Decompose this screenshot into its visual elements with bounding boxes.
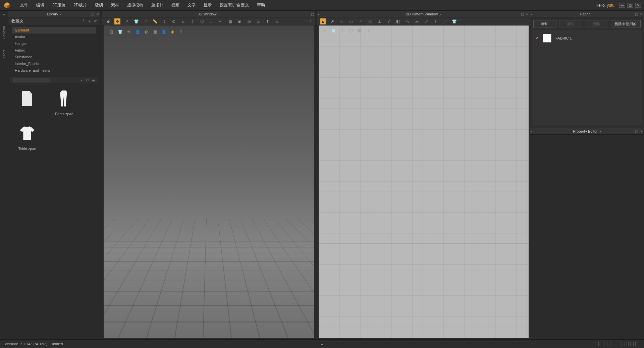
category-garment[interactable]: Garment: [12, 27, 96, 33]
fabric-swatch[interactable]: [543, 34, 551, 43]
tool-3d-tack[interactable]: ⊙: [171, 18, 177, 24]
library-dropdown-icon[interactable]: ▾: [60, 13, 61, 16]
layout-5[interactable]: [633, 342, 639, 346]
library-close-icon[interactable]: ✕: [96, 12, 99, 16]
menu-display[interactable]: 显示: [200, 0, 216, 11]
menu-sewing[interactable]: 缝纫: [91, 0, 107, 11]
tool-3d-stitch[interactable]: ⋯: [218, 18, 224, 24]
disp2d-grid[interactable]: ▢: [348, 27, 354, 33]
tool-3d-grade[interactable]: ⇲: [246, 18, 252, 24]
disp-seam[interactable]: ✳: [126, 29, 132, 35]
tool-3d-move[interactable]: ✥: [114, 18, 120, 24]
disp-mesh[interactable]: ▦: [152, 29, 158, 35]
menu-video[interactable]: 视频: [167, 0, 183, 11]
disp2d-reset[interactable]: ⤢: [322, 27, 328, 33]
menu-avatar[interactable]: 虚拟模特: [123, 0, 147, 11]
category-hanger[interactable]: Hanger: [12, 40, 96, 47]
menu-settings[interactable]: 设置/用户自定义: [216, 0, 253, 11]
disp-export[interactable]: ⇪: [178, 29, 184, 35]
layout-2[interactable]: [607, 342, 613, 346]
fabric-item[interactable]: ✔ FABRIC 1: [535, 33, 639, 43]
property-detach-icon[interactable]: ▢: [635, 130, 638, 133]
disp-garment[interactable]: 👕: [117, 29, 123, 35]
side-tabs-expand-icon[interactable]: ◂: [3, 13, 5, 16]
tool-3d-trace[interactable]: ⤴: [190, 18, 196, 24]
fabric-dropdown-icon[interactable]: ▾: [592, 13, 594, 16]
tool-2d-trace[interactable]: ◧: [395, 18, 401, 24]
tool-3d-texture[interactable]: ▦: [227, 18, 233, 24]
tool-2d-polygon[interactable]: ▱: [339, 18, 345, 24]
3d-detach-icon[interactable]: ▢: [311, 12, 314, 16]
favorites-add-icon[interactable]: ＋: [88, 19, 91, 24]
category-fabric[interactable]: Fabric: [12, 47, 96, 54]
window-minimize[interactable]: —: [619, 3, 625, 8]
tool-2d-dart[interactable]: ◁: [367, 18, 373, 24]
toolbar-overflow-icon[interactable]: 》: [310, 19, 313, 23]
disp2d-ruler[interactable]: ▦: [357, 27, 363, 33]
library-detach-icon[interactable]: ▢: [91, 12, 94, 16]
category-avatar[interactable]: Avatar: [12, 33, 96, 40]
3d-dropdown-icon[interactable]: ▾: [218, 13, 220, 16]
category-hardware-trims[interactable]: Hardware_and_Trims: [12, 67, 96, 74]
tool-2d-pleat[interactable]: ⫴: [433, 18, 439, 24]
tool-3d-fit[interactable]: ⇆: [274, 18, 280, 24]
tool-3d-fold[interactable]: ⟀: [180, 18, 186, 24]
menu-2d-pattern[interactable]: 2D板片: [69, 0, 91, 11]
thumb-up-folder[interactable]: ..: [12, 88, 42, 116]
side-tab-general[interactable]: General: [2, 26, 6, 39]
status-expand-icon[interactable]: ▲: [320, 342, 324, 346]
menu-file[interactable]: 文件: [16, 0, 32, 11]
category-substance[interactable]: Substance: [12, 54, 96, 60]
tool-2d-transform[interactable]: ⬈: [329, 18, 335, 24]
3d-viewport[interactable]: ▥ 👕 ✳ 👤 ◐ ▦ 👤 ◉ ⇪: [104, 25, 314, 338]
tool-2d-seam-allow[interactable]: ⫽: [386, 18, 392, 24]
tool-3d-steam[interactable]: ♨: [255, 18, 261, 24]
fabric-delete-unused-button[interactable]: 删除未使用的: [611, 20, 641, 27]
tool-2d-symmetry[interactable]: ⇋: [405, 18, 411, 24]
tool-2d-internal-line[interactable]: ⟋: [358, 18, 364, 24]
tool-3d-arrange[interactable]: 👕: [133, 18, 139, 24]
fabric-collapse-icon[interactable]: ▸: [531, 13, 532, 16]
tool-2d-sewing[interactable]: ⫘: [414, 18, 420, 24]
thumb-pants[interactable]: Pants.zpac: [49, 88, 79, 116]
tool-3d-pressure[interactable]: ⬍: [265, 18, 271, 24]
tool-3d-measure[interactable]: 📏: [152, 18, 158, 24]
disp2d-export[interactable]: ⇪: [366, 27, 372, 33]
2d-collapse-icon[interactable]: ▸: [318, 13, 319, 16]
property-collapse-icon[interactable]: ▸: [531, 130, 532, 133]
menu-retopo[interactable]: 重拓扑: [147, 0, 167, 11]
list-view-icon[interactable]: ≣: [92, 78, 95, 82]
fabric-detach-icon[interactable]: ▢: [635, 12, 638, 16]
tool-3d-seam[interactable]: ⌇: [161, 18, 167, 24]
menu-materials[interactable]: 素材: [107, 0, 123, 11]
disp2d-info[interactable]: ⓘ: [339, 27, 345, 33]
menu-text[interactable]: 文字: [183, 0, 200, 11]
tool-2d-garment[interactable]: 👕: [451, 18, 458, 24]
property-close-icon[interactable]: ✕: [640, 130, 643, 133]
tool-3d-line[interactable]: ⟋: [143, 18, 149, 24]
tool-2d-rectangle[interactable]: ▭: [348, 18, 354, 24]
disp-surface[interactable]: ◐: [143, 29, 149, 35]
favorites-download-icon[interactable]: ⇩: [82, 19, 85, 24]
disp-bone[interactable]: 👤: [161, 29, 167, 35]
refresh-icon[interactable]: ⟳: [86, 78, 89, 82]
fabric-add-button[interactable]: 增加: [533, 20, 556, 27]
layout-3[interactable]: [616, 342, 622, 346]
disp-thick[interactable]: ▥: [108, 29, 114, 35]
tool-2d-topstitch[interactable]: ⋰: [442, 18, 448, 24]
path-dropdown-icon[interactable]: ▾: [81, 79, 82, 82]
property-dropdown-icon[interactable]: ▾: [600, 130, 601, 133]
category-interior-fabric[interactable]: Interior_Fabric: [12, 60, 96, 67]
layout-4[interactable]: [625, 342, 631, 346]
disp-avatar[interactable]: 👤: [135, 29, 141, 35]
menu-help[interactable]: 帮助: [253, 0, 269, 11]
tool-3d-select[interactable]: ◆: [105, 18, 111, 24]
tool-3d-zipper[interactable]: ⫠: [208, 18, 214, 24]
side-tab-store[interactable]: Store: [2, 49, 6, 58]
2d-dropdown-icon[interactable]: ▾: [440, 13, 441, 16]
tool-2d-notch[interactable]: ⊥: [376, 18, 382, 24]
tool-2d-edit[interactable]: ▲: [320, 18, 326, 24]
tool-3d-pin[interactable]: ↗: [124, 18, 130, 24]
2d-viewport[interactable]: ⤢ 👕 ⓘ ▢ ▦ ⇪: [319, 25, 529, 338]
2d-detach-icon[interactable]: ▢: [521, 12, 524, 16]
